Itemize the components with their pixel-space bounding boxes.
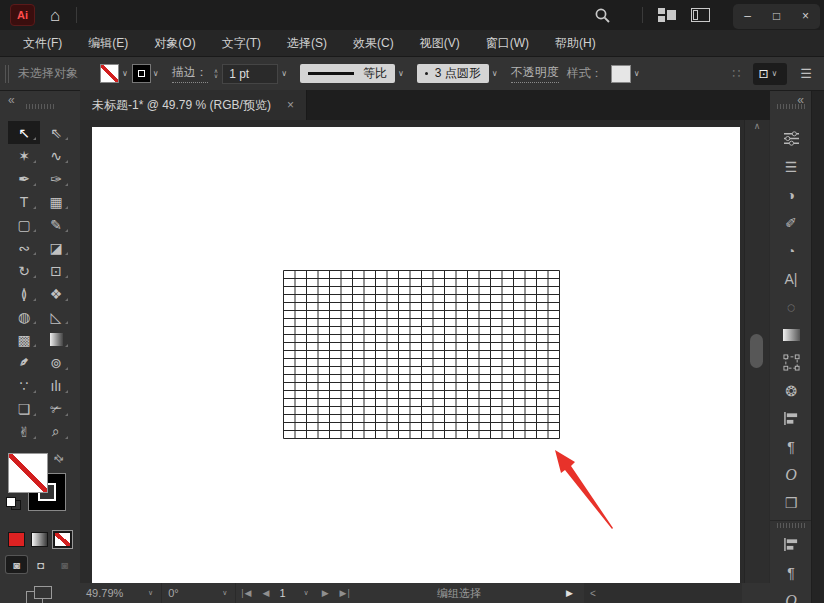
type-tool[interactable]: T [8, 190, 40, 213]
symbol-sprayer-tool[interactable]: ∵ [8, 374, 40, 397]
chip-gradient[interactable] [30, 531, 49, 548]
pen-tool[interactable]: ✒ [8, 167, 40, 190]
paragraph-panel-2-icon[interactable]: ¶ [777, 562, 805, 583]
screen-mode-icon[interactable] [26, 586, 54, 603]
home-icon[interactable]: ⌂ [50, 7, 60, 24]
prev-artboard-icon[interactable]: ◀ [258, 588, 276, 598]
horizontal-scrollbar[interactable]: < [584, 583, 746, 603]
fill-color-swatch[interactable] [100, 64, 119, 83]
close-button[interactable]: × [791, 4, 820, 29]
curvature-tool[interactable]: ✑ [40, 167, 72, 190]
last-artboard-icon[interactable]: ▶| [335, 588, 356, 598]
menu-help[interactable]: 帮助(H) [542, 35, 609, 52]
paragraph-panel-icon[interactable]: ¶ [777, 436, 805, 457]
direct-selection-tool[interactable]: ⇖ [40, 121, 72, 144]
paintbrush-tool[interactable]: ✎ [40, 213, 72, 236]
workspace-switcher-icon[interactable] [658, 8, 676, 22]
document-tab[interactable]: 未标题-1* @ 49.79 % (RGB/预览) × [80, 90, 307, 120]
magic-wand-tool[interactable]: ✶ [8, 144, 40, 167]
gradient-tool[interactable] [40, 328, 72, 351]
stroke-profile-dropdown[interactable]: 等比 [300, 64, 395, 83]
grid-object[interactable] [283, 270, 560, 439]
opentype-panel-2-icon[interactable]: O [777, 590, 805, 603]
vertical-scrollbar-thumb[interactable] [750, 334, 763, 368]
style-swatch[interactable] [611, 65, 631, 83]
status-expand-icon[interactable]: ▶ [566, 583, 573, 603]
transparency-panel-icon[interactable]: ◑ [777, 184, 805, 205]
stroke-color-swatch[interactable] [133, 65, 150, 82]
align-panel-icon[interactable] [777, 408, 805, 429]
rotation-field[interactable]: 0° [162, 583, 214, 603]
color-panel-icon[interactable]: ❂ [777, 380, 805, 401]
collapse-tools-icon[interactable]: « [8, 93, 15, 107]
chevron-down-icon[interactable]: ∨ [153, 69, 159, 78]
slice-tool[interactable]: ✃ [40, 397, 72, 420]
draw-normal-button[interactable]: ◙ [6, 556, 27, 573]
stroke-label[interactable]: 描边： [172, 64, 208, 83]
next-artboard-icon[interactable]: ▶ [317, 588, 335, 598]
chevron-down-icon[interactable]: ∨ [634, 69, 640, 78]
first-artboard-icon[interactable]: |◀ [236, 588, 257, 598]
blend-tool[interactable]: ⊚ [40, 351, 72, 374]
shape-builder-tool[interactable]: ◍ [8, 305, 40, 328]
chip-color[interactable] [7, 531, 26, 548]
default-fill-stroke-icon[interactable] [6, 497, 21, 510]
stroke-width-stepper[interactable]: ∧∨ [214, 69, 218, 79]
width-tool[interactable]: ≬ [8, 282, 40, 305]
rotate-tool[interactable]: ↻ [8, 259, 40, 282]
draw-behind-button[interactable]: ◘ [30, 556, 51, 573]
rotation-dropdown-icon[interactable]: ∨ [214, 589, 235, 597]
free-transform-tool[interactable]: ⊡ [40, 259, 72, 282]
zoom-tool[interactable]: ⌕ [40, 420, 72, 443]
document-setup-icon[interactable]: ∷ [732, 66, 740, 81]
close-tab-icon[interactable]: × [287, 98, 294, 112]
stroke-panel-icon[interactable]: ◌ [777, 296, 805, 317]
chip-none[interactable] [53, 531, 72, 548]
stroke-width-field[interactable]: 1 pt [222, 64, 278, 84]
lasso-tool[interactable]: ∿ [40, 144, 72, 167]
controlbar-grip[interactable] [5, 65, 9, 83]
gradient-panel-icon[interactable] [777, 324, 805, 345]
scroll-up-icon[interactable]: ∧ [745, 121, 769, 131]
align-panel-2-icon[interactable] [777, 534, 805, 555]
menu-effect[interactable]: 效果(C) [340, 35, 407, 52]
menu-object[interactable]: 对象(O) [141, 35, 208, 52]
minimize-button[interactable]: – [733, 4, 762, 29]
arrange-documents-icon[interactable] [691, 8, 710, 22]
swatches-panel-icon[interactable]: ◔ [777, 240, 805, 261]
opacity-link[interactable]: 不透明度 [511, 64, 559, 83]
rectangular-grid-tool[interactable]: ▦ [40, 190, 72, 213]
artboard-dropdown-icon[interactable]: ∨ [296, 589, 317, 597]
menu-file[interactable]: 文件(F) [10, 35, 75, 52]
menu-view[interactable]: 视图(V) [407, 35, 473, 52]
transform-panel-icon[interactable] [777, 352, 805, 373]
opentype-panel-icon[interactable]: O [777, 464, 805, 485]
zoom-level-field[interactable]: 49.79% [80, 583, 140, 603]
menu-type[interactable]: 文字(T) [209, 35, 274, 52]
canvas[interactable]: ∧ [80, 120, 770, 583]
snap-options-button[interactable]: ⊡ ∨ [753, 63, 787, 85]
selection-tool[interactable]: ↖ [8, 121, 40, 144]
chevron-down-icon[interactable]: ∨ [492, 69, 498, 78]
character-panel-icon[interactable]: A| [777, 268, 805, 289]
shaper-tool[interactable]: ∾ [8, 236, 40, 259]
artboard-number-field[interactable]: 1 [275, 587, 295, 599]
menu-select[interactable]: 选择(S) [274, 35, 340, 52]
vertical-scrollbar[interactable]: ∧ [744, 120, 769, 583]
scroll-left-icon[interactable]: < [590, 588, 596, 599]
perspective-grid-tool[interactable]: ◺ [40, 305, 72, 328]
chevron-down-icon[interactable]: ∨ [398, 69, 404, 78]
search-icon[interactable] [594, 7, 611, 24]
brush-dropdown[interactable]: 3 点圆形 [417, 64, 489, 83]
properties-panel-icon[interactable] [777, 128, 805, 149]
rectangle-tool[interactable]: ▢ [8, 213, 40, 236]
puppet-warp-tool[interactable]: ❖ [40, 282, 72, 305]
draw-inside-button[interactable]: ◙ [54, 556, 75, 573]
eraser-tool[interactable]: ◪ [40, 236, 72, 259]
tools-grip[interactable] [26, 104, 54, 109]
chevron-down-icon[interactable]: ∨ [122, 69, 128, 78]
menu-window[interactable]: 窗口(W) [473, 35, 542, 52]
fill-indicator[interactable] [8, 453, 48, 493]
menu-edit[interactable]: 编辑(E) [75, 35, 141, 52]
swap-fill-stroke-icon[interactable]: ⇄ [51, 451, 67, 467]
